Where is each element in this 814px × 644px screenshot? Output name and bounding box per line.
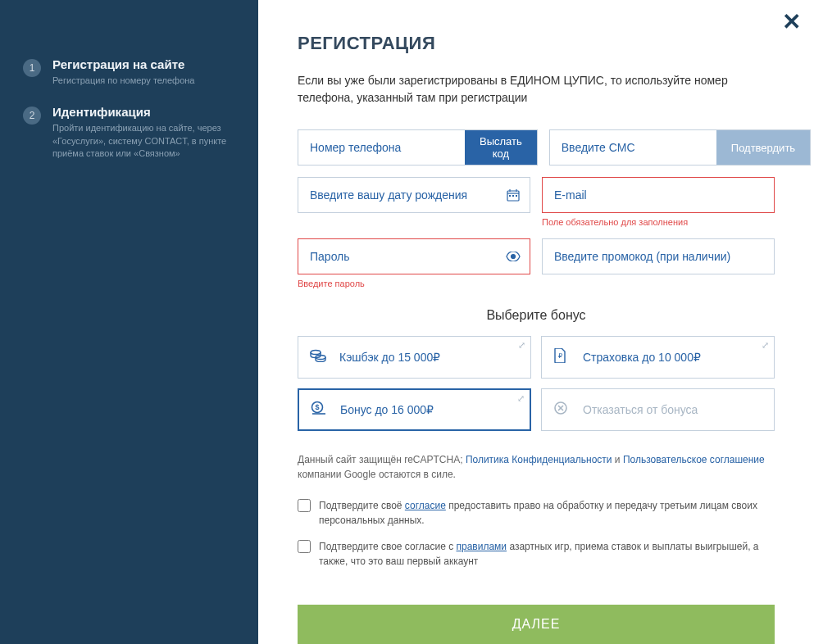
password-input[interactable] bbox=[298, 239, 497, 274]
step-1: 1 Регистрация на сайте Регистрация по но… bbox=[23, 57, 235, 87]
privacy-link[interactable]: Политика Конфиденциальности bbox=[466, 454, 612, 465]
bonus-cashback-label: Кэшбэк до 15 000₽ bbox=[339, 351, 440, 364]
bonus-insurance-label: Страховка до 10 000₽ bbox=[583, 351, 701, 364]
dollar-icon: $ bbox=[311, 401, 332, 420]
dob-input[interactable] bbox=[298, 178, 497, 212]
promo-group bbox=[542, 238, 775, 274]
svg-point-8 bbox=[311, 350, 321, 354]
bonus-grid: Кэшбэк до 15 000₽ ⤢ ₽ Страховка до 10 00… bbox=[298, 336, 775, 431]
terms-link[interactable]: Пользовательское соглашение bbox=[623, 454, 765, 465]
consent-2[interactable]: Подтвердите свое согласие с правилами аз… bbox=[298, 539, 775, 569]
close-icon[interactable]: ✕ bbox=[782, 8, 801, 35]
step-1-title: Регистрация на сайте bbox=[52, 57, 194, 71]
svg-text:₽: ₽ bbox=[558, 352, 562, 360]
expand-icon: ⤢ bbox=[518, 340, 525, 351]
phone-input[interactable] bbox=[298, 130, 465, 165]
step-1-number: 1 bbox=[23, 59, 41, 77]
password-group bbox=[298, 238, 530, 274]
svg-text:$: $ bbox=[315, 403, 319, 411]
sms-input[interactable] bbox=[550, 130, 716, 165]
submit-button[interactable]: ДАЛЕЕ bbox=[298, 605, 775, 644]
main-panel: ✕ РЕГИСТРАЦИЯ Если вы уже были зарегистр… bbox=[258, 0, 814, 644]
email-input[interactable] bbox=[543, 178, 774, 212]
confirm-button[interactable]: Подтвердить bbox=[716, 130, 810, 165]
svg-rect-2 bbox=[509, 195, 511, 197]
bonus-decline[interactable]: Отказаться от бонуса bbox=[541, 388, 775, 431]
svg-point-7 bbox=[512, 255, 516, 259]
password-error: Введите пароль bbox=[298, 279, 530, 288]
promo-input[interactable] bbox=[543, 239, 774, 274]
intro-text: Если вы уже были зарегистрированы в ЕДИН… bbox=[298, 72, 775, 107]
cancel-icon bbox=[553, 401, 575, 420]
step-2-title: Идентификация bbox=[52, 105, 235, 119]
calendar-icon[interactable] bbox=[497, 178, 530, 212]
bonus-cashback[interactable]: Кэшбэк до 15 000₽ ⤢ bbox=[298, 336, 531, 379]
coins-icon bbox=[310, 349, 331, 366]
svg-rect-4 bbox=[516, 195, 517, 197]
consent-2-checkbox[interactable] bbox=[298, 540, 311, 553]
phone-group: Выслать код bbox=[298, 129, 538, 166]
sms-group: Подтвердить bbox=[549, 129, 811, 166]
bonus-main[interactable]: $ Бонус до 16 000₽ ⤢ bbox=[298, 388, 531, 431]
consent-link-2[interactable]: правилами bbox=[456, 541, 507, 552]
email-error: Поле обязательно для заполнения bbox=[542, 217, 775, 227]
dob-group bbox=[298, 177, 530, 213]
send-code-button[interactable]: Выслать код bbox=[465, 130, 537, 165]
bonus-decline-label: Отказаться от бонуса bbox=[583, 403, 698, 416]
step-2: 2 Идентификация Пройти идентификацию на … bbox=[23, 105, 235, 160]
consent-link-1[interactable]: согласие bbox=[405, 500, 446, 511]
bonus-insurance[interactable]: ₽ Страховка до 10 000₽ ⤢ bbox=[541, 336, 775, 379]
expand-icon: ⤢ bbox=[517, 393, 525, 404]
sidebar: 1 Регистрация на сайте Регистрация по но… bbox=[0, 0, 258, 644]
step-2-subtitle: Пройти идентификацию на сайте, через «Го… bbox=[52, 122, 235, 160]
bonus-main-label: Бонус до 16 000₽ bbox=[340, 403, 434, 416]
consent-1-checkbox[interactable] bbox=[298, 499, 311, 512]
expand-icon: ⤢ bbox=[762, 340, 769, 351]
bonus-title: Выберите бонус bbox=[298, 308, 775, 323]
eye-icon[interactable] bbox=[497, 239, 530, 274]
step-2-number: 2 bbox=[23, 107, 41, 125]
svg-rect-3 bbox=[512, 195, 514, 197]
file-icon: ₽ bbox=[553, 348, 575, 367]
registration-modal: 1 Регистрация на сайте Регистрация по но… bbox=[0, 0, 814, 644]
step-1-subtitle: Регистрация по номеру телефона bbox=[52, 75, 194, 87]
email-group bbox=[542, 177, 775, 213]
recaptcha-note: Данный сайт защищён reCAPTCHA; Политика … bbox=[298, 452, 775, 482]
consent-1[interactable]: Подтвердите своё согласие предоставить п… bbox=[298, 498, 775, 528]
page-title: РЕГИСТРАЦИЯ bbox=[298, 33, 775, 54]
